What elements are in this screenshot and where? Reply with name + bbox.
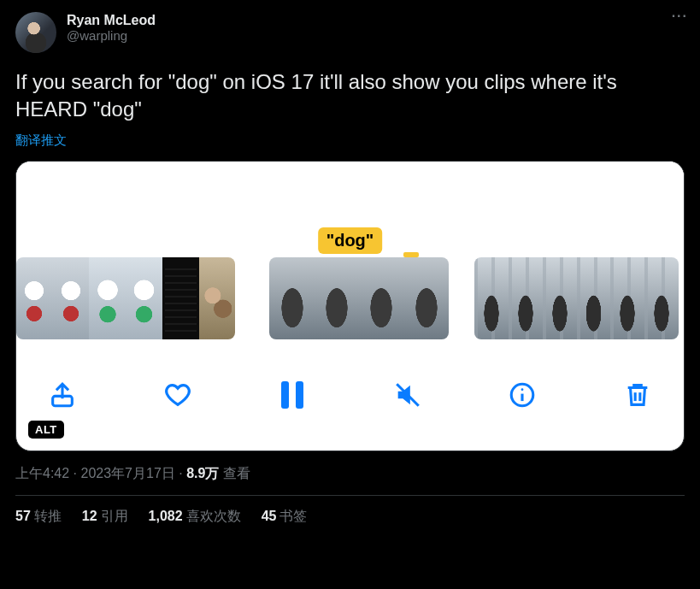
- media-toolbar: [16, 339, 684, 451]
- alt-badge[interactable]: ALT: [28, 421, 64, 439]
- media-attachment[interactable]: "dog": [15, 161, 685, 451]
- clip-frame: [543, 257, 577, 339]
- clip-frame: [577, 257, 611, 339]
- mute-icon[interactable]: [391, 378, 425, 412]
- search-token-label: "dog": [318, 227, 383, 254]
- retweets-stat[interactable]: 57转推: [15, 508, 62, 526]
- pause-icon[interactable]: [275, 378, 309, 412]
- clip-frame: [269, 257, 314, 339]
- media-preview-top: "dog": [16, 162, 684, 257]
- tweet-meta: 上午4:42 · 2023年7月17日 · 8.9万 查看: [15, 465, 685, 483]
- view-label: 查看: [219, 466, 250, 480]
- clip-frame: [315, 257, 359, 339]
- clip-frame: [199, 257, 236, 339]
- tweet-text: If you search for "dog" on iOS 17 it'll …: [15, 68, 685, 124]
- author-block[interactable]: Ryan McLeod @warpling: [67, 12, 156, 44]
- clip-frame: [610, 257, 644, 339]
- bookmarks-stat[interactable]: 45书签: [262, 508, 308, 526]
- display-name: Ryan McLeod: [67, 12, 156, 28]
- clip-frame: [404, 257, 449, 339]
- svg-point-4: [521, 388, 524, 391]
- trash-icon[interactable]: [621, 378, 655, 412]
- user-handle: @warpling: [67, 28, 156, 44]
- clip-frame: [474, 257, 509, 339]
- clip-frame: [644, 257, 679, 339]
- video-timeline[interactable]: [16, 257, 684, 339]
- likes-stat[interactable]: 1,082喜欢次数: [149, 508, 241, 526]
- tweet-date[interactable]: 2023年7月17日: [80, 466, 174, 480]
- clip-frame: [53, 257, 90, 339]
- heart-icon[interactable]: [161, 378, 195, 412]
- clip-frame: [509, 257, 543, 339]
- clip-frame: [16, 257, 53, 339]
- clip-frame: [89, 257, 126, 339]
- avatar[interactable]: [15, 12, 56, 53]
- more-options-button[interactable]: ···: [672, 9, 688, 24]
- timeline-clip[interactable]: [474, 257, 679, 339]
- clip-frame: [162, 257, 199, 339]
- clip-frame: [359, 257, 403, 339]
- timeline-clip[interactable]: [269, 257, 449, 339]
- divider: [15, 495, 685, 496]
- tweet-time[interactable]: 上午4:42: [15, 466, 69, 480]
- tweet-header: Ryan McLeod @warpling: [15, 12, 685, 53]
- timeline-clip[interactable]: [16, 257, 235, 339]
- share-icon[interactable]: [45, 378, 79, 412]
- search-token-marker: [403, 252, 419, 257]
- translate-link[interactable]: 翻译推文: [15, 133, 685, 149]
- view-count: 8.9万: [186, 466, 219, 480]
- quotes-stat[interactable]: 12引用: [82, 508, 128, 526]
- engagement-stats: 57转推 12引用 1,082喜欢次数 45书签: [15, 508, 685, 526]
- tweet-container: ··· Ryan McLeod @warpling If you search …: [0, 0, 700, 538]
- clip-frame: [126, 257, 162, 339]
- info-icon[interactable]: [505, 378, 539, 412]
